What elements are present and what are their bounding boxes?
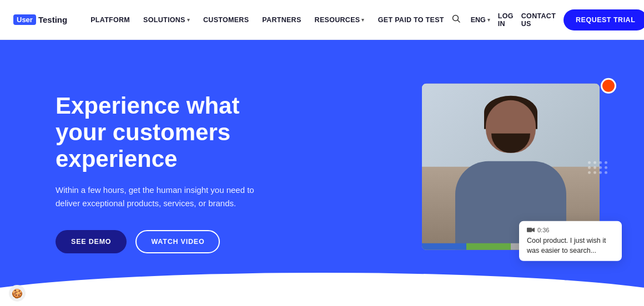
contact-link[interactable]: CONTACT US: [521, 12, 556, 28]
hero-subtitle: Within a few hours, get the human insigh…: [56, 183, 266, 210]
logo[interactable]: User Testing: [13, 14, 67, 25]
navbar: User Testing PLATFORM SOLUTIONS ▾ CUSTOM…: [0, 0, 644, 40]
record-indicator: [601, 78, 616, 94]
see-demo-button[interactable]: SEE DEMO: [56, 230, 127, 253]
bottom-wave: [0, 273, 644, 306]
dot: [599, 166, 602, 169]
nav-item-partners[interactable]: PARTNERS: [256, 13, 306, 27]
hero-title: Experience what your customers experienc…: [56, 93, 289, 173]
hero-section: Experience what your customers experienc…: [0, 40, 644, 306]
dot: [588, 166, 591, 169]
hero-content: Experience what your customers experienc…: [0, 93, 289, 254]
color-bar-blue: [422, 243, 466, 250]
nav-item-solutions[interactable]: SOLUTIONS ▾: [138, 13, 195, 27]
nav-right: ENG ▾ LOG IN CONTACT US REQUEST TRIAL: [450, 9, 644, 30]
dot: [599, 161, 602, 164]
nav-links: PLATFORM SOLUTIONS ▾ CUSTOMERS PARTNERS …: [85, 13, 450, 27]
hero-image-area: 0:36 Cool product. I just wish it was ea…: [422, 84, 611, 256]
comment-timestamp: 0:36: [527, 227, 614, 233]
nav-item-resources[interactable]: RESOURCES ▾: [309, 13, 370, 27]
search-button[interactable]: [450, 12, 463, 28]
nav-item-customers[interactable]: CUSTOMERS: [198, 13, 254, 27]
nav-item-solutions-label: SOLUTIONS: [143, 16, 185, 24]
search-icon: [452, 14, 461, 23]
nav-item-platform[interactable]: PLATFORM: [85, 13, 135, 27]
login-link[interactable]: LOG IN: [498, 12, 514, 28]
dots-decoration: [588, 161, 608, 174]
color-bar-green: [466, 243, 511, 250]
dot: [588, 171, 591, 174]
dot: [588, 161, 591, 164]
dot: [605, 161, 607, 164]
nav-item-get-paid[interactable]: GET PAID TO TEST: [373, 13, 450, 27]
cookie-consent-icon[interactable]: 🍪: [9, 285, 26, 302]
dot: [605, 171, 607, 174]
chevron-down-icon: ▾: [487, 17, 490, 23]
dot: [605, 166, 607, 169]
comment-card: 0:36 Cool product. I just wish it was ea…: [519, 221, 622, 261]
watch-video-button[interactable]: WATCH VIDEO: [135, 230, 220, 253]
logo-testing-text: Testing: [38, 15, 67, 24]
hero-buttons: SEE DEMO WATCH VIDEO: [56, 230, 289, 253]
svg-line-1: [457, 20, 460, 22]
nav-item-resources-label: RESOURCES: [315, 16, 360, 24]
language-selector[interactable]: ENG ▾: [471, 16, 490, 24]
svg-rect-2: [527, 228, 532, 232]
dot: [599, 171, 602, 174]
chevron-down-icon: ▾: [187, 17, 190, 23]
svg-marker-3: [532, 228, 535, 232]
language-label: ENG: [471, 16, 486, 24]
dot: [593, 166, 596, 169]
dot: [593, 161, 596, 164]
chevron-down-icon: ▾: [361, 17, 364, 23]
comment-text: Cool product. I just wish it was easier …: [527, 236, 614, 256]
video-icon: [527, 227, 535, 233]
dot: [593, 171, 596, 174]
logo-user-box: User: [13, 14, 36, 25]
request-trial-button[interactable]: REQUEST TRIAL: [564, 9, 644, 30]
